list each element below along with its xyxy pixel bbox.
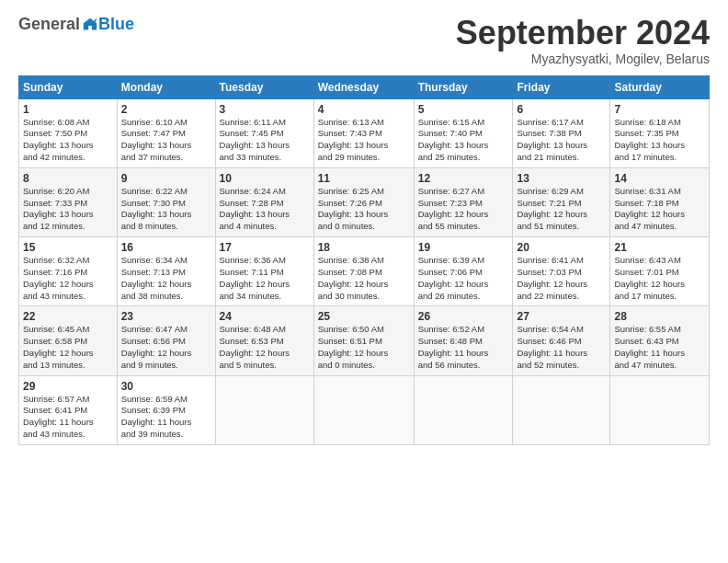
calendar-cell <box>610 375 710 444</box>
calendar-cell: 6Sunrise: 6:17 AM Sunset: 7:38 PM Daylig… <box>513 98 610 167</box>
day-info: Sunrise: 6:22 AM Sunset: 7:30 PM Dayligh… <box>121 186 211 233</box>
day-info: Sunrise: 6:36 AM Sunset: 7:11 PM Dayligh… <box>220 255 310 302</box>
day-number: 6 <box>517 103 606 116</box>
day-info: Sunrise: 6:47 AM Sunset: 6:56 PM Dayligh… <box>121 324 211 371</box>
day-number: 30 <box>121 380 211 393</box>
calendar-cell: 26Sunrise: 6:52 AM Sunset: 6:48 PM Dayli… <box>414 306 513 375</box>
calendar-cell: 30Sunrise: 6:59 AM Sunset: 6:39 PM Dayli… <box>117 375 215 444</box>
day-info: Sunrise: 6:24 AM Sunset: 7:28 PM Dayligh… <box>220 186 310 233</box>
calendar-cell: 24Sunrise: 6:48 AM Sunset: 6:53 PM Dayli… <box>215 306 313 375</box>
calendar-week-row: 22Sunrise: 6:45 AM Sunset: 6:58 PM Dayli… <box>19 306 710 375</box>
logo-icon <box>82 17 98 33</box>
calendar-cell: 15Sunrise: 6:32 AM Sunset: 7:16 PM Dayli… <box>19 237 118 306</box>
calendar-header-saturday: Saturday <box>610 75 710 98</box>
day-info: Sunrise: 6:13 AM Sunset: 7:43 PM Dayligh… <box>318 117 410 164</box>
day-info: Sunrise: 6:15 AM Sunset: 7:40 PM Dayligh… <box>418 117 509 164</box>
day-number: 16 <box>121 241 211 254</box>
logo: General Blue <box>18 15 134 34</box>
calendar-header-thursday: Thursday <box>414 75 513 98</box>
page-header: General Blue September 2024 Myazhysyatki… <box>18 15 710 66</box>
day-number: 13 <box>517 172 606 185</box>
day-info: Sunrise: 6:55 AM Sunset: 6:43 PM Dayligh… <box>614 324 705 371</box>
day-info: Sunrise: 6:31 AM Sunset: 7:18 PM Dayligh… <box>614 186 705 233</box>
logo-general-text: General <box>18 15 80 34</box>
day-number: 26 <box>418 310 509 323</box>
day-info: Sunrise: 6:32 AM Sunset: 7:16 PM Dayligh… <box>23 255 113 302</box>
day-info: Sunrise: 6:27 AM Sunset: 7:23 PM Dayligh… <box>418 186 509 233</box>
day-info: Sunrise: 6:17 AM Sunset: 7:38 PM Dayligh… <box>517 117 606 164</box>
day-number: 20 <box>517 241 606 254</box>
calendar-cell: 2Sunrise: 6:10 AM Sunset: 7:47 PM Daylig… <box>117 98 215 167</box>
day-info: Sunrise: 6:43 AM Sunset: 7:01 PM Dayligh… <box>614 255 705 302</box>
day-info: Sunrise: 6:45 AM Sunset: 6:58 PM Dayligh… <box>23 324 113 371</box>
month-title: September 2024 <box>456 15 710 52</box>
day-info: Sunrise: 6:38 AM Sunset: 7:08 PM Dayligh… <box>318 255 410 302</box>
day-info: Sunrise: 6:54 AM Sunset: 6:46 PM Dayligh… <box>517 324 606 371</box>
calendar-cell: 23Sunrise: 6:47 AM Sunset: 6:56 PM Dayli… <box>117 306 215 375</box>
day-number: 22 <box>23 310 113 323</box>
day-info: Sunrise: 6:57 AM Sunset: 6:41 PM Dayligh… <box>23 394 113 441</box>
calendar-cell: 12Sunrise: 6:27 AM Sunset: 7:23 PM Dayli… <box>414 167 513 236</box>
day-info: Sunrise: 6:39 AM Sunset: 7:06 PM Dayligh… <box>418 255 509 302</box>
day-info: Sunrise: 6:59 AM Sunset: 6:39 PM Dayligh… <box>121 394 211 441</box>
calendar-week-row: 8Sunrise: 6:20 AM Sunset: 7:33 PM Daylig… <box>19 167 710 236</box>
calendar-cell: 21Sunrise: 6:43 AM Sunset: 7:01 PM Dayli… <box>610 237 710 306</box>
calendar-cell: 22Sunrise: 6:45 AM Sunset: 6:58 PM Dayli… <box>19 306 118 375</box>
calendar-cell <box>513 375 610 444</box>
calendar-cell: 18Sunrise: 6:38 AM Sunset: 7:08 PM Dayli… <box>313 237 414 306</box>
calendar-cell: 3Sunrise: 6:11 AM Sunset: 7:45 PM Daylig… <box>215 98 313 167</box>
day-number: 12 <box>418 172 509 185</box>
calendar-cell: 25Sunrise: 6:50 AM Sunset: 6:51 PM Dayli… <box>313 306 414 375</box>
day-number: 23 <box>121 310 211 323</box>
day-number: 3 <box>220 103 310 116</box>
calendar-cell: 10Sunrise: 6:24 AM Sunset: 7:28 PM Dayli… <box>215 167 313 236</box>
day-number: 24 <box>220 310 310 323</box>
calendar-header-wednesday: Wednesday <box>313 75 414 98</box>
day-number: 5 <box>418 103 509 116</box>
day-info: Sunrise: 6:41 AM Sunset: 7:03 PM Dayligh… <box>517 255 606 302</box>
calendar-header-sunday: Sunday <box>19 75 118 98</box>
day-number: 29 <box>23 380 113 393</box>
calendar-cell: 27Sunrise: 6:54 AM Sunset: 6:46 PM Dayli… <box>513 306 610 375</box>
day-number: 17 <box>220 241 310 254</box>
calendar-week-row: 1Sunrise: 6:08 AM Sunset: 7:50 PM Daylig… <box>19 98 710 167</box>
calendar-cell <box>414 375 513 444</box>
day-number: 28 <box>614 310 705 323</box>
day-info: Sunrise: 6:34 AM Sunset: 7:13 PM Dayligh… <box>121 255 211 302</box>
calendar-cell: 4Sunrise: 6:13 AM Sunset: 7:43 PM Daylig… <box>313 98 414 167</box>
calendar-cell: 11Sunrise: 6:25 AM Sunset: 7:26 PM Dayli… <box>313 167 414 236</box>
calendar-cell: 7Sunrise: 6:18 AM Sunset: 7:35 PM Daylig… <box>610 98 710 167</box>
day-number: 4 <box>318 103 410 116</box>
calendar-cell: 14Sunrise: 6:31 AM Sunset: 7:18 PM Dayli… <box>610 167 710 236</box>
calendar-cell <box>215 375 313 444</box>
calendar-cell <box>313 375 414 444</box>
location-text: Myazhysyatki, Mogilev, Belarus <box>456 52 710 66</box>
calendar-cell: 8Sunrise: 6:20 AM Sunset: 7:33 PM Daylig… <box>19 167 118 236</box>
day-number: 9 <box>121 172 211 185</box>
calendar-table: SundayMondayTuesdayWednesdayThursdayFrid… <box>18 75 710 445</box>
calendar-cell: 5Sunrise: 6:15 AM Sunset: 7:40 PM Daylig… <box>414 98 513 167</box>
day-number: 8 <box>23 172 113 185</box>
day-number: 11 <box>318 172 410 185</box>
day-info: Sunrise: 6:18 AM Sunset: 7:35 PM Dayligh… <box>614 117 705 164</box>
day-number: 7 <box>614 103 705 116</box>
day-number: 25 <box>318 310 410 323</box>
calendar-cell: 19Sunrise: 6:39 AM Sunset: 7:06 PM Dayli… <box>414 237 513 306</box>
calendar-cell: 16Sunrise: 6:34 AM Sunset: 7:13 PM Dayli… <box>117 237 215 306</box>
day-number: 18 <box>318 241 410 254</box>
calendar-cell: 9Sunrise: 6:22 AM Sunset: 7:30 PM Daylig… <box>117 167 215 236</box>
day-number: 15 <box>23 241 113 254</box>
day-number: 1 <box>23 103 113 116</box>
day-info: Sunrise: 6:20 AM Sunset: 7:33 PM Dayligh… <box>23 186 113 233</box>
calendar-header-tuesday: Tuesday <box>215 75 313 98</box>
calendar-cell: 17Sunrise: 6:36 AM Sunset: 7:11 PM Dayli… <box>215 237 313 306</box>
calendar-header-friday: Friday <box>513 75 610 98</box>
day-info: Sunrise: 6:48 AM Sunset: 6:53 PM Dayligh… <box>220 324 310 371</box>
calendar-week-row: 15Sunrise: 6:32 AM Sunset: 7:16 PM Dayli… <box>19 237 710 306</box>
day-info: Sunrise: 6:29 AM Sunset: 7:21 PM Dayligh… <box>517 186 606 233</box>
day-number: 21 <box>614 241 705 254</box>
day-info: Sunrise: 6:25 AM Sunset: 7:26 PM Dayligh… <box>318 186 410 233</box>
calendar-header-row: SundayMondayTuesdayWednesdayThursdayFrid… <box>19 75 710 98</box>
logo-blue-text: Blue <box>98 15 134 34</box>
calendar-cell: 29Sunrise: 6:57 AM Sunset: 6:41 PM Dayli… <box>19 375 118 444</box>
